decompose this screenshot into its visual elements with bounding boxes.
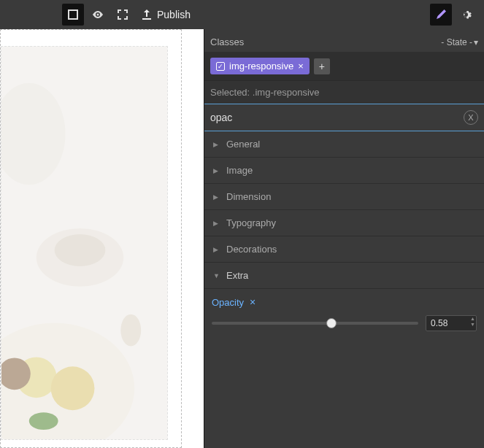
caret-right-icon: ▶ [213,141,219,148]
sector-dimension[interactable]: ▶ Dimension [204,184,484,210]
svg-point-1 [97,14,99,16]
caret-right-icon: ▶ [213,220,219,227]
sector-label: Image [226,165,253,176]
upload-icon [141,9,153,20]
svg-point-10 [29,412,58,430]
gear-icon [460,9,472,20]
caret-right-icon: ▶ [213,193,219,201]
component-outline-button[interactable] [62,4,84,26]
add-class-button[interactable]: + [314,58,330,74]
checkbox-icon: ✓ [216,62,225,71]
preview-button[interactable] [87,4,109,26]
class-tag[interactable]: ✓ img-responsive × [210,58,310,74]
sector-general[interactable]: ▶ General [204,131,484,158]
publish-button[interactable]: Publish [137,4,195,26]
sector-label: Decorations [226,244,277,255]
style-panel: Classes - State - ▾ ✓ img-responsive × +… [204,29,484,448]
svg-point-11 [120,314,141,347]
top-toolbar: Publish [0,0,484,29]
class-tag-label: img-responsive [229,61,293,72]
settings-button[interactable] [455,4,477,26]
sector-label: Extra [226,270,248,281]
clear-opacity-button[interactable]: × [250,296,256,308]
chevron-down-icon: ▾ [474,37,478,47]
caret-down-icon: ▼ [213,272,219,279]
food-photo-placeholder [1,47,167,439]
sector-image[interactable]: ▶ Image [204,158,484,184]
caret-right-icon: ▶ [213,167,219,174]
state-dropdown[interactable]: - State - ▾ [441,37,478,47]
sector-label: Typography [226,217,276,228]
class-tags-row: ✓ img-responsive × + [204,52,484,80]
canvas-frame [0,29,182,448]
fullscreen-button[interactable] [112,4,134,26]
property-search-input[interactable] [204,104,464,131]
style-manager-button[interactable] [430,4,452,26]
search-clear-button[interactable]: X [464,110,478,125]
sector-decorations[interactable]: ▶ Decorations [204,236,484,263]
sector-label: Dimension [226,191,271,202]
property-search-row: X [204,104,484,131]
opacity-slider-thumb[interactable] [326,318,337,328]
opacity-spinner[interactable]: ▲ ▼ [470,316,475,328]
opacity-property: Opacity × ▲ ▼ [204,289,484,339]
opacity-value-input[interactable] [426,315,477,331]
svg-point-8 [51,366,95,410]
opacity-label: Opacity [212,297,244,308]
sector-label: General [226,139,260,150]
selected-image[interactable] [1,46,168,440]
canvas-area[interactable] [0,29,204,448]
sector-extra[interactable]: ▼ Extra [204,263,484,289]
selected-indicator: Selected: .img-responsive [204,80,484,104]
spinner-up[interactable]: ▲ [470,316,475,322]
spinner-down[interactable]: ▼ [470,322,475,328]
publish-label: Publish [157,9,191,20]
opacity-slider[interactable] [212,322,418,325]
classes-heading: Classes [210,36,441,47]
remove-class-button[interactable]: × [298,61,304,72]
state-label: - State - [441,37,472,47]
sector-typography[interactable]: ▶ Typography [204,210,484,236]
svg-rect-0 [69,10,77,19]
caret-right-icon: ▶ [213,246,219,253]
svg-point-5 [55,234,106,266]
